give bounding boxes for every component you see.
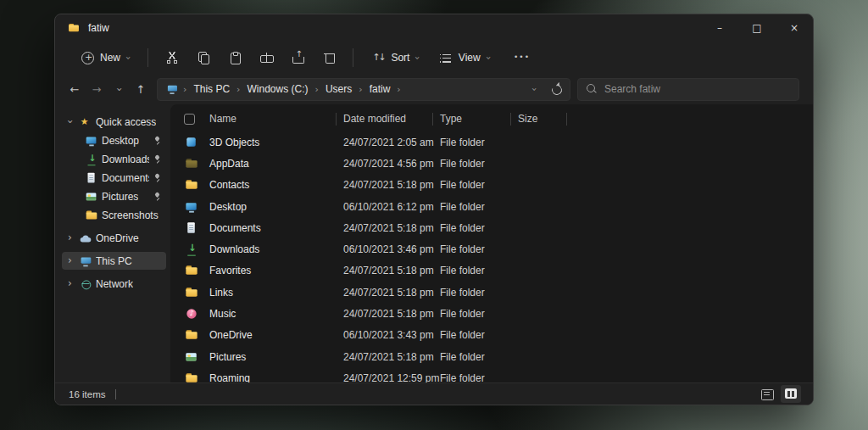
sort-button[interactable]: Sort <box>363 45 427 70</box>
file-type: File folder <box>433 308 511 320</box>
breadcrumb-item[interactable]: Users <box>320 81 358 97</box>
sidebar-expand-chevron-icon[interactable] <box>64 209 81 221</box>
forward-button[interactable] <box>86 78 108 100</box>
sidebar-item-label: Downloads <box>102 154 149 165</box>
pin-icon <box>153 135 162 146</box>
refresh-button[interactable] <box>546 79 566 99</box>
sort-icon <box>371 51 385 64</box>
file-name: Music <box>203 308 337 320</box>
see-more-button[interactable] <box>506 45 535 70</box>
copy-button[interactable] <box>189 45 218 70</box>
window-folder-icon <box>68 22 80 34</box>
sidebar-item[interactable]: Pictures <box>62 187 166 205</box>
sidebar-expand-chevron-icon[interactable] <box>64 172 81 183</box>
items-count: 16 items <box>69 389 105 399</box>
sidebar-expand-chevron-icon[interactable] <box>64 135 81 146</box>
column-header[interactable]: Size <box>511 108 567 130</box>
file-row[interactable]: Favorites 24/07/2021 5:18 pm File folder <box>174 260 813 282</box>
chevron-right-icon[interactable] <box>359 85 362 94</box>
column-header[interactable]: Name <box>203 108 337 130</box>
file-row[interactable]: Links 24/07/2021 5:18 pm File folder <box>174 282 813 303</box>
share-button[interactable] <box>283 45 312 70</box>
large-icons-view-button[interactable] <box>781 385 801 403</box>
file-row[interactable]: AppData 24/07/2021 4:56 pm File folder <box>174 153 813 174</box>
sidebar-expand-chevron-icon[interactable] <box>64 232 75 243</box>
column-header[interactable]: Date modified <box>337 108 433 130</box>
paste-icon <box>228 51 242 64</box>
breadcrumb-segment: fatiw <box>364 81 402 97</box>
file-date-modified: 24/07/2021 5:18 pm <box>337 179 433 191</box>
folder-icon <box>185 329 198 342</box>
chevron-right-icon[interactable] <box>236 85 240 94</box>
sidebar-item[interactable]: Quick access <box>62 113 166 131</box>
file-type: File folder <box>433 265 511 276</box>
file-name: Pictures <box>203 351 337 363</box>
chevron-down-icon <box>124 56 133 59</box>
sidebar-expand-chevron-icon[interactable] <box>64 255 75 266</box>
sidebar-expand-chevron-icon[interactable] <box>64 116 75 127</box>
sidebar-item[interactable]: Screenshots <box>62 206 166 224</box>
chevron-right-icon[interactable] <box>315 85 319 94</box>
rename-button[interactable] <box>252 45 281 70</box>
file-name: Desktop <box>203 201 337 213</box>
search-input[interactable] <box>604 83 792 95</box>
breadcrumb[interactable]: This PC Windows (C:) Users fatiw <box>157 78 570 101</box>
sidebar-item[interactable]: Downloads <box>62 150 166 168</box>
file-row[interactable]: Contacts 24/07/2021 5:18 pm File folder <box>174 175 813 196</box>
column-header[interactable]: Type <box>433 108 511 130</box>
view-button[interactable]: View <box>431 45 498 70</box>
file-row[interactable]: 3D Objects 24/07/2021 2:05 am File folde… <box>174 131 813 153</box>
file-type: File folder <box>433 372 511 383</box>
sidebar-expand-chevron-icon[interactable] <box>64 191 81 202</box>
up-button[interactable] <box>130 78 152 100</box>
file-row[interactable]: Documents 24/07/2021 5:18 pm File folder <box>174 217 813 238</box>
file-row[interactable]: Pictures 24/07/2021 5:18 pm File folder <box>174 346 813 367</box>
folder-icon <box>185 286 198 299</box>
paste-button[interactable] <box>220 45 249 70</box>
file-row[interactable]: Desktop 06/10/2021 6:12 pm File folder <box>174 196 813 217</box>
column-resize-handle[interactable] <box>566 113 567 126</box>
window-title: fatiw <box>88 22 109 34</box>
new-button[interactable]: New <box>72 45 138 70</box>
file-name: AppData <box>203 158 337 170</box>
downloads-icon <box>86 153 97 165</box>
file-type: File folder <box>433 158 511 170</box>
details-view-button[interactable] <box>756 385 776 403</box>
close-button[interactable]: × <box>776 14 813 42</box>
breadcrumb-item[interactable]: Windows (C:) <box>242 81 314 97</box>
rename-icon <box>259 51 273 64</box>
file-row[interactable]: Roaming 24/07/2021 12:59 pm File folder <box>174 367 813 383</box>
breadcrumb-item[interactable]: This PC <box>187 81 236 97</box>
breadcrumb-segment: This PC <box>187 81 241 97</box>
file-date-modified: 24/07/2021 2:05 am <box>337 137 433 148</box>
sidebar-expand-chevron-icon[interactable] <box>64 154 81 165</box>
select-all-checkbox[interactable] <box>184 114 195 125</box>
file-type: File folder <box>433 243 511 255</box>
sidebar-item[interactable]: Documents <box>62 169 166 187</box>
pc-icon <box>80 254 92 266</box>
file-row[interactable]: Music 24/07/2021 5:18 pm File folder <box>174 303 813 324</box>
chevron-right-icon[interactable] <box>397 85 400 94</box>
chevron-right-icon <box>183 85 186 94</box>
breadcrumb-segment: Users <box>320 81 364 97</box>
file-row[interactable]: OneDrive 06/10/2021 3:43 pm File folder <box>174 325 813 346</box>
recent-locations-button[interactable] <box>108 78 130 100</box>
file-date-modified: 24/07/2021 4:56 pm <box>337 158 433 170</box>
search-box[interactable] <box>577 78 799 101</box>
minimize-button[interactable]: – <box>701 14 738 42</box>
address-dropdown-button[interactable] <box>524 79 544 99</box>
file-name: Roaming <box>203 372 337 383</box>
sidebar-item[interactable]: Desktop <box>62 131 166 149</box>
file-date-modified: 06/10/2021 3:43 pm <box>337 329 433 341</box>
sidebar-item[interactable]: Network <box>62 275 166 293</box>
sidebar-item[interactable]: OneDrive <box>62 229 166 247</box>
delete-button[interactable] <box>314 45 343 70</box>
file-row[interactable]: Downloads 06/10/2021 3:46 pm File folder <box>174 238 813 260</box>
sidebar-expand-chevron-icon[interactable] <box>64 278 75 289</box>
back-button[interactable] <box>64 78 86 100</box>
cut-button[interactable] <box>158 45 186 70</box>
title-bar[interactable]: fatiw – □ × <box>55 14 813 42</box>
sidebar-item[interactable]: This PC <box>62 252 166 270</box>
breadcrumb-item[interactable]: fatiw <box>364 81 397 97</box>
maximize-button[interactable]: □ <box>738 14 776 42</box>
